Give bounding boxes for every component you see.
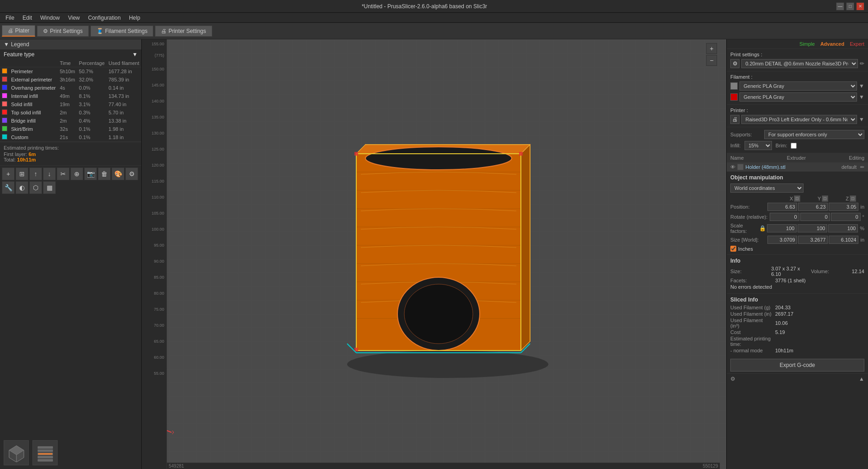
filament-color-2: [730, 93, 738, 101]
filament-row-2: Generic PLA Gray ▼: [730, 92, 864, 102]
supports-select[interactable]: For support enforcers only: [764, 130, 864, 139]
first-layer-row: First layer: 6m: [4, 151, 138, 157]
rotate-z[interactable]: [831, 213, 861, 221]
seam-btn[interactable]: ◐: [16, 181, 28, 194]
size-x[interactable]: [767, 236, 797, 244]
volume-label: Volume:: [811, 269, 848, 274]
cube-layers[interactable]: [32, 440, 58, 465]
minimize-button[interactable]: —: [836, 2, 844, 11]
settings-btn[interactable]: ⚙: [125, 167, 138, 180]
position-z[interactable]: [829, 203, 858, 211]
maximize-button[interactable]: □: [846, 2, 854, 11]
info-bottom-icon[interactable]: ▲: [859, 376, 864, 382]
menu-edit[interactable]: Edit: [19, 14, 36, 22]
brim-checkbox[interactable]: [791, 143, 797, 149]
tab-print-settings[interactable]: ⚙ Print Settings: [37, 26, 88, 37]
z-reset-btn[interactable]: ⊡: [850, 195, 856, 202]
position-label: Position:: [730, 204, 766, 210]
scale-lock-icon[interactable]: 🔒: [759, 225, 766, 232]
feature-pct: 50.7%: [77, 67, 107, 76]
position-y[interactable]: [798, 203, 828, 211]
menu-view[interactable]: View: [64, 14, 84, 22]
window-title: *Untitled - PrusaSlicer-2.6.0-alpha6 bas…: [13, 3, 836, 10]
filament-in3-value: 10.06: [775, 320, 788, 326]
rotate-x[interactable]: [770, 213, 799, 221]
eye-icon[interactable]: 👁: [730, 164, 735, 170]
profile-edit-icon[interactable]: ✏: [860, 60, 864, 67]
scale-row: Scale factors: 🔒 %: [730, 223, 864, 234]
printer-select[interactable]: Raised3D Pro3 Left Extruder Only - 0.6mm…: [741, 115, 857, 124]
legend-row: Perimeter 5h10m 50.7% 1677.28 in: [0, 67, 141, 76]
rotate-y[interactable]: [800, 213, 830, 221]
filament-select-2[interactable]: Generic PLA Gray: [739, 92, 857, 102]
scale-y[interactable]: [798, 224, 827, 232]
scale-z[interactable]: [828, 224, 858, 232]
feature-length: 77.40 in: [107, 100, 141, 108]
export-gcode-button[interactable]: Export G-code: [730, 359, 864, 372]
total-row: Total: 10h11m: [4, 157, 138, 162]
inches-row: Inches: [730, 246, 864, 252]
infill-label: Infill:: [730, 143, 741, 148]
svg-point-9: [347, 350, 548, 378]
filament-color-1: [730, 82, 738, 90]
printer-settings-icon: 🖨: [161, 28, 166, 34]
size-y[interactable]: [798, 236, 828, 244]
x-reset-btn[interactable]: ⊡: [794, 195, 800, 202]
menu-window[interactable]: Window: [37, 14, 64, 22]
print-time-row: Estimated printing time:: [730, 336, 864, 347]
orient-down-btn[interactable]: ↓: [43, 167, 56, 180]
menu-file[interactable]: File: [2, 14, 18, 22]
mode-advanced[interactable]: Advanced: [820, 41, 845, 47]
filament-select-1[interactable]: Generic PLA Gray: [739, 81, 857, 91]
print-profile-select[interactable]: 0.20mm DETAIL @0.6mm Nozzle Raise3D Pro3…: [741, 59, 858, 68]
inches-checkbox[interactable]: [730, 246, 736, 252]
position-x[interactable]: [767, 203, 797, 211]
feature-name: Perimeter: [9, 67, 58, 76]
color-btn[interactable]: 🎨: [112, 167, 124, 180]
cube-3d[interactable]: [4, 440, 29, 465]
infill-select[interactable]: 15%: [745, 141, 772, 150]
object-manipulation: Object manipulation World coordinates X …: [727, 172, 868, 254]
tab-printer-settings[interactable]: 🖨 Printer Settings: [155, 26, 212, 37]
settings-bottom-icon[interactable]: ⚙: [730, 376, 735, 382]
screenshot-btn[interactable]: 📷: [84, 167, 97, 180]
rotate-label: Rotate (relative):: [730, 214, 769, 220]
feature-length: 1677.28 in: [107, 67, 141, 76]
feature-color: [0, 108, 9, 117]
arrange-btn[interactable]: ⊞: [16, 167, 28, 180]
coords-mode-select[interactable]: World coordinates: [730, 183, 804, 193]
menu-configuration[interactable]: Configuration: [85, 14, 124, 22]
collapse-icon[interactable]: ▼: [4, 41, 9, 48]
delete-btn[interactable]: 🗑: [98, 167, 111, 180]
mode-expert[interactable]: Expert: [850, 41, 864, 47]
viewport[interactable]: X Y Z 155.00 (775) 150.00 145.00 140.00 …: [142, 39, 726, 469]
supports-row: Supports: For support enforcers only: [730, 130, 864, 139]
height-range-btn[interactable]: ▦: [43, 181, 56, 194]
obj-edit-icon[interactable]: ✏: [860, 164, 864, 170]
support-btn[interactable]: 🔧: [2, 181, 15, 194]
menu-help[interactable]: Help: [125, 14, 144, 22]
size-z[interactable]: [829, 236, 858, 244]
cost-row: Cost 5.19: [730, 329, 864, 335]
add-modifier-btn[interactable]: ⊕: [70, 167, 83, 180]
feature-filter-icon[interactable]: ▼: [132, 51, 138, 58]
add-object-btn[interactable]: +: [2, 167, 15, 180]
feature-time: 2m: [58, 108, 77, 117]
filament-section: Filament : Generic PLA Gray ▼ Generic PL…: [727, 71, 868, 105]
zoom-in-btn[interactable]: +: [706, 43, 717, 54]
zoom-out-btn[interactable]: −: [706, 55, 717, 66]
tab-filament-settings[interactable]: 🧵 Filament Settings: [91, 26, 154, 37]
orient-up-btn[interactable]: ↑: [29, 167, 42, 180]
zoom-controls: + −: [706, 43, 717, 66]
object-row[interactable]: 👁 Holder (48mm).stl default ✏: [727, 162, 868, 172]
legend-panel: ▼ Legend Feature type ▼ Time Percentage …: [0, 39, 141, 142]
tab-plater[interactable]: 🖨 Plater: [2, 25, 35, 37]
mode-simple[interactable]: Simple: [799, 41, 815, 47]
y-reset-btn[interactable]: ⊡: [822, 195, 828, 202]
printer-edit-icon[interactable]: ▼: [859, 116, 864, 123]
fdm-btn[interactable]: ⬡: [29, 181, 42, 194]
scale-x[interactable]: [767, 224, 797, 232]
close-button[interactable]: ✕: [856, 2, 864, 11]
cut-btn[interactable]: ✂: [57, 167, 70, 180]
feature-color: [0, 67, 9, 76]
